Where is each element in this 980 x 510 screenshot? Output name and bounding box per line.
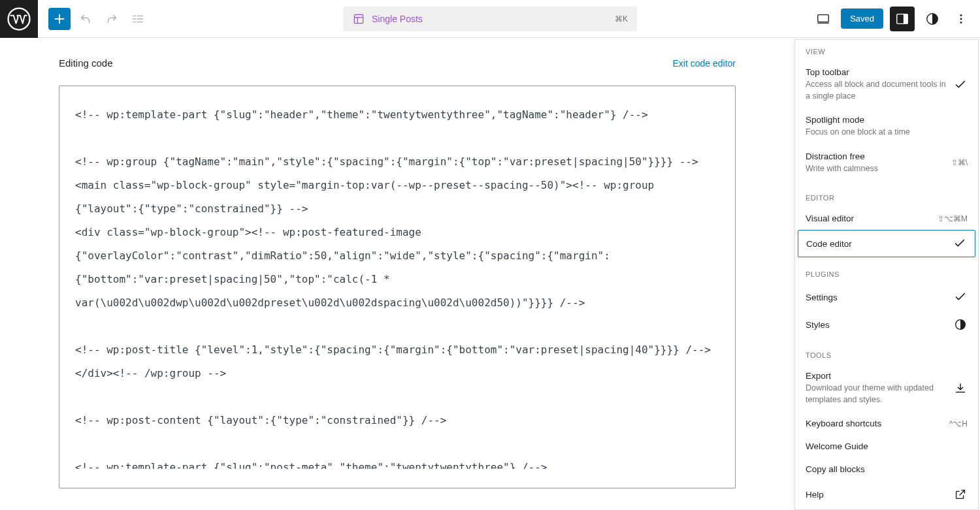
- plus-icon: [52, 12, 67, 26]
- document-overview-button[interactable]: [127, 8, 149, 30]
- menu-label: Help: [806, 490, 947, 500]
- redo-button[interactable]: [101, 8, 123, 30]
- menu-label: Top toolbar: [806, 67, 947, 77]
- menu-desc: Access all block and document tools in a…: [806, 79, 947, 102]
- section-view: VIEW: [795, 40, 978, 61]
- menu-label: Spotlight mode: [806, 115, 968, 125]
- menu-label: Copy all blocks: [806, 464, 968, 474]
- external-link-icon: [953, 487, 968, 502]
- download-icon: [953, 381, 968, 396]
- layout-icon: [352, 12, 365, 25]
- code-editor-box: [59, 86, 736, 488]
- menu-label: Welcome Guide: [806, 441, 968, 451]
- menu-visual-editor[interactable]: Visual editor ⇧⌥⌘M: [795, 207, 978, 230]
- half-circle-icon: [925, 12, 939, 26]
- template-kbd: ⌘K: [615, 14, 628, 24]
- svg-rect-4: [904, 14, 907, 24]
- template-name: Single Posts: [372, 14, 423, 24]
- svg-point-0: [8, 8, 30, 29]
- svg-point-7: [960, 18, 962, 20]
- menu-label: Settings: [806, 293, 947, 302]
- save-button[interactable]: Saved: [841, 8, 883, 29]
- menu-desc: Download your theme with updated templat…: [806, 383, 947, 406]
- redo-icon: [105, 12, 119, 26]
- menu-kbd: ⇧⌘\: [951, 158, 968, 167]
- check-icon: [953, 290, 968, 304]
- section-plugins: PLUGINS: [795, 263, 978, 283]
- menu-desc: Write with calmness: [806, 163, 945, 175]
- menu-label: Distraction free: [806, 151, 945, 161]
- menu-top-toolbar[interactable]: Top toolbar Access all block and documen…: [795, 61, 978, 108]
- svg-rect-1: [354, 14, 363, 23]
- styles-panel-button[interactable]: [921, 8, 943, 30]
- code-textarea[interactable]: [75, 103, 719, 469]
- responsive-view-button[interactable]: [812, 8, 834, 30]
- menu-label: Export: [806, 371, 947, 381]
- menu-keyboard-shortcuts[interactable]: Keyboard shortcuts ^⌥H: [795, 412, 978, 435]
- menu-label: Visual editor: [806, 214, 931, 223]
- more-options-button[interactable]: [950, 8, 972, 30]
- top-toolbar: Single Posts ⌘K Saved: [0, 0, 980, 38]
- check-icon: [953, 78, 968, 92]
- menu-export[interactable]: Export Download your theme with updated …: [795, 364, 978, 412]
- menu-label: Styles: [806, 320, 947, 330]
- menu-label: Code editor: [806, 239, 946, 249]
- svg-point-6: [960, 14, 962, 16]
- section-tools: TOOLS: [795, 343, 978, 364]
- undo-icon: [78, 12, 93, 26]
- menu-copy-all-blocks[interactable]: Copy all blocks: [795, 458, 978, 481]
- kebab-icon: [954, 12, 968, 26]
- half-circle-icon: [953, 317, 968, 332]
- wordpress-logo[interactable]: [0, 0, 38, 38]
- menu-plugin-settings[interactable]: Settings: [795, 283, 978, 311]
- template-switcher[interactable]: Single Posts ⌘K: [343, 7, 637, 31]
- editor-area: Editing code Exit code editor: [0, 38, 794, 510]
- menu-kbd: ⇧⌥⌘M: [938, 214, 968, 223]
- menu-help[interactable]: Help: [795, 481, 978, 508]
- menu-desc: Focus on one block at a time: [806, 127, 968, 138]
- undo-button[interactable]: [74, 8, 97, 30]
- menu-label: Keyboard shortcuts: [806, 419, 943, 428]
- add-block-button[interactable]: [48, 8, 71, 30]
- exit-code-editor-link[interactable]: Exit code editor: [673, 58, 736, 69]
- menu-code-editor[interactable]: Code editor: [798, 230, 975, 257]
- wordpress-icon: [7, 7, 31, 31]
- list-icon: [131, 12, 145, 26]
- desktop-icon: [816, 12, 830, 26]
- section-editor: EDITOR: [795, 186, 978, 207]
- menu-kbd: ^⌥H: [949, 419, 968, 428]
- menu-spotlight-mode[interactable]: Spotlight mode Focus on one block at a t…: [795, 108, 978, 145]
- editor-heading: Editing code: [59, 57, 113, 69]
- check-icon: [953, 236, 967, 251]
- svg-point-8: [960, 22, 962, 24]
- settings-panel-button[interactable]: [890, 7, 915, 31]
- menu-plugin-styles[interactable]: Styles: [795, 311, 978, 338]
- svg-rect-2: [818, 14, 829, 22]
- options-dropdown: VIEW Top toolbar Access all block and do…: [794, 39, 979, 510]
- menu-distraction-free[interactable]: Distraction free Write with calmness ⇧⌘\: [795, 145, 978, 182]
- sidebar-icon: [895, 12, 909, 26]
- menu-welcome-guide[interactable]: Welcome Guide: [795, 435, 978, 458]
